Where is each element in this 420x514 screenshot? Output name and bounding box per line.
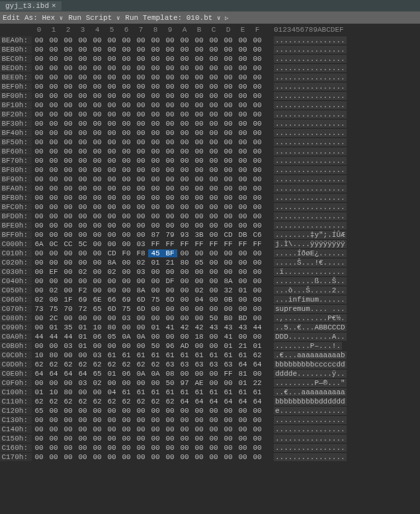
hex-byte[interactable]: 97 bbox=[177, 379, 192, 387]
hex-byte[interactable]: 00 bbox=[61, 259, 75, 267]
hex-row[interactable]: C0D0h:62626262626262626263636363636464bb… bbox=[0, 360, 420, 369]
hex-byte[interactable]: 00 bbox=[163, 175, 177, 183]
hex-byte[interactable]: 61 bbox=[206, 388, 221, 396]
hex-byte[interactable]: 03 bbox=[90, 351, 105, 359]
hex-byte[interactable]: 00 bbox=[250, 55, 265, 63]
hex-byte[interactable]: 61 bbox=[221, 388, 235, 396]
hex-byte[interactable]: 00 bbox=[105, 55, 119, 63]
hex-row[interactable]: C0E0h:646464646501060A0A08000000FF8100dd… bbox=[0, 369, 420, 378]
hex-row[interactable]: C000h:6A0CCC5C00000003FFFFFFFFFFFFFFFFj.… bbox=[0, 239, 420, 249]
hex-byte[interactable]: 00 bbox=[206, 407, 221, 415]
file-tab[interactable]: gyj_t3.ibd × bbox=[0, 1, 62, 11]
hex-byte[interactable]: 50 bbox=[163, 379, 177, 387]
hex-byte[interactable]: 00 bbox=[105, 129, 119, 137]
hex-byte[interactable]: 00 bbox=[90, 73, 105, 81]
hex-row[interactable]: BF80h:00000000000000000000000000000000..… bbox=[0, 165, 420, 175]
hex-byte[interactable]: 00 bbox=[75, 351, 90, 359]
hex-byte[interactable]: 00 bbox=[46, 296, 61, 304]
hex-byte[interactable]: 00 bbox=[46, 138, 61, 146]
hex-byte[interactable]: 00 bbox=[75, 157, 90, 165]
hex-byte[interactable]: 61 bbox=[163, 351, 177, 359]
hex-byte[interactable]: 00 bbox=[250, 314, 265, 322]
hex-byte[interactable]: 96 bbox=[163, 342, 177, 350]
hex-byte[interactable]: 00 bbox=[192, 425, 206, 433]
hex-bytes[interactable]: 00000000000000000000000000000000 bbox=[32, 435, 265, 443]
hex-byte[interactable]: 00 bbox=[134, 231, 148, 239]
ascii-bytes[interactable]: DDD..........A.. bbox=[265, 333, 347, 341]
hex-byte[interactable]: 03 bbox=[119, 314, 134, 322]
hex-byte[interactable]: 00 bbox=[250, 129, 265, 137]
hex-byte[interactable]: 64 bbox=[250, 398, 265, 406]
hex-byte[interactable]: CD bbox=[221, 231, 235, 239]
hex-byte[interactable]: AE bbox=[192, 379, 206, 387]
hex-byte[interactable]: 00 bbox=[192, 212, 206, 220]
hex-byte[interactable]: 00 bbox=[90, 194, 105, 202]
hex-byte[interactable]: 00 bbox=[221, 157, 235, 165]
hex-byte[interactable]: 00 bbox=[192, 166, 206, 174]
hex-byte[interactable]: 00 bbox=[75, 166, 90, 174]
hex-byte[interactable]: 00 bbox=[177, 222, 192, 230]
hex-byte[interactable]: 00 bbox=[250, 120, 265, 128]
hex-byte[interactable]: 62 bbox=[250, 351, 265, 359]
hex-byte[interactable]: 00 bbox=[177, 425, 192, 433]
hex-byte[interactable]: 00 bbox=[192, 73, 206, 81]
close-icon[interactable]: × bbox=[52, 2, 56, 10]
hex-byte[interactable]: 61 bbox=[148, 388, 163, 396]
hex-byte[interactable]: 00 bbox=[90, 138, 105, 146]
hex-byte[interactable]: 00 bbox=[134, 175, 148, 183]
hex-byte[interactable]: 00 bbox=[206, 185, 221, 193]
ascii-bytes[interactable]: .........P—®..." bbox=[265, 379, 347, 387]
hex-byte[interactable]: 00 bbox=[163, 286, 177, 294]
hex-byte[interactable]: 00 bbox=[134, 101, 148, 109]
hex-byte[interactable]: 00 bbox=[148, 83, 163, 91]
hex-byte[interactable]: 00 bbox=[235, 83, 250, 91]
hex-byte[interactable]: 00 bbox=[148, 64, 163, 72]
hex-byte[interactable]: 00 bbox=[177, 110, 192, 118]
ascii-bytes[interactable]: ................ bbox=[265, 148, 347, 155]
hex-byte[interactable]: 00 bbox=[192, 55, 206, 63]
hex-byte[interactable]: 00 bbox=[250, 73, 265, 81]
ascii-bytes[interactable]: ........P–­...!. bbox=[265, 342, 342, 350]
hex-byte[interactable]: 00 bbox=[32, 277, 46, 285]
hex-row[interactable]: C120h:65000000000000000000000000000000e.… bbox=[0, 406, 420, 415]
hex-byte[interactable]: 00 bbox=[90, 342, 105, 350]
hex-byte[interactable]: F8 bbox=[134, 249, 148, 257]
hex-byte[interactable]: 00 bbox=[119, 425, 134, 433]
hex-byte[interactable]: 00 bbox=[177, 286, 192, 294]
hex-byte[interactable]: 00 bbox=[134, 157, 148, 165]
hex-byte[interactable]: 44 bbox=[61, 333, 75, 341]
hex-byte[interactable]: 00 bbox=[90, 240, 105, 248]
ascii-bytes[interactable]: ................ bbox=[265, 185, 347, 193]
hex-byte[interactable]: 00 bbox=[90, 92, 105, 100]
hex-byte[interactable]: 00 bbox=[250, 138, 265, 146]
hex-byte[interactable]: 00 bbox=[46, 277, 61, 285]
hex-byte[interactable]: 00 bbox=[46, 110, 61, 118]
hex-byte[interactable]: 00 bbox=[177, 407, 192, 415]
ascii-bytes[interactable]: ................ bbox=[265, 55, 347, 63]
hex-byte[interactable]: DB bbox=[235, 231, 250, 239]
hex-byte[interactable]: 75 bbox=[46, 305, 61, 313]
hex-byte[interactable]: 00 bbox=[119, 175, 134, 183]
hex-byte[interactable]: 02 bbox=[32, 296, 46, 304]
hex-byte[interactable]: 00 bbox=[235, 259, 250, 267]
hex-byte[interactable]: 65 bbox=[90, 305, 105, 313]
hex-byte[interactable]: 00 bbox=[105, 314, 119, 322]
hex-byte[interactable]: 00 bbox=[148, 157, 163, 165]
hex-bytes[interactable]: 0000000302000000005097AE00000122 bbox=[32, 379, 265, 387]
hex-byte[interactable]: 00 bbox=[134, 416, 148, 424]
hex-byte[interactable]: 00 bbox=[177, 101, 192, 109]
hex-byte[interactable]: 00 bbox=[119, 46, 134, 54]
hex-byte[interactable]: 00 bbox=[61, 148, 75, 155]
hex-byte[interactable]: 00 bbox=[148, 314, 163, 322]
hex-byte[interactable]: 00 bbox=[134, 185, 148, 193]
hex-byte[interactable]: 00 bbox=[177, 157, 192, 165]
hex-byte[interactable]: 00 bbox=[206, 101, 221, 109]
hex-byte[interactable]: 00 bbox=[235, 305, 250, 313]
hex-byte[interactable]: 00 bbox=[90, 286, 105, 294]
hex-byte[interactable]: 00 bbox=[250, 277, 265, 285]
hex-row[interactable]: C090h:00013501108000000141424243434344..… bbox=[0, 323, 420, 332]
hex-byte[interactable]: 87 bbox=[148, 231, 163, 239]
hex-byte[interactable]: 00 bbox=[105, 101, 119, 109]
hex-byte[interactable]: 00 bbox=[250, 435, 265, 443]
hex-byte[interactable]: 00 bbox=[119, 240, 134, 248]
